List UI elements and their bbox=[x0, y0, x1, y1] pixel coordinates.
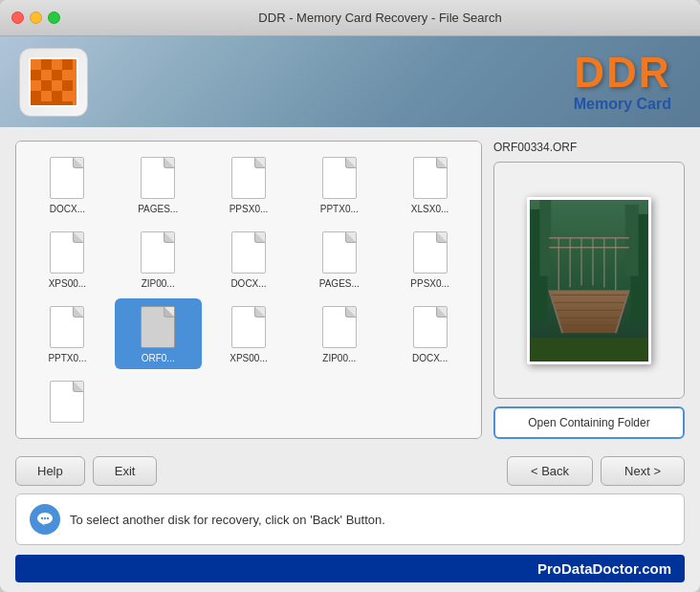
list-item[interactable]: DOCX... bbox=[386, 298, 473, 369]
file-icon bbox=[230, 155, 268, 201]
file-icon bbox=[48, 379, 86, 425]
doc-icon bbox=[50, 306, 84, 348]
logo-box bbox=[19, 48, 88, 117]
svg-rect-16 bbox=[62, 91, 73, 101]
list-item[interactable] bbox=[24, 373, 111, 433]
preview-filename: ORF00334.ORF bbox=[493, 141, 685, 154]
help-button[interactable]: Help bbox=[15, 456, 85, 486]
doc-icon bbox=[50, 157, 84, 199]
doc-icon bbox=[231, 306, 266, 348]
file-icon bbox=[230, 304, 268, 350]
svg-rect-10 bbox=[41, 80, 52, 91]
doc-icon bbox=[231, 157, 266, 199]
file-grid-container[interactable]: DOCX... PAGES... PPSX0... bbox=[15, 141, 482, 439]
file-label: PAGES... bbox=[299, 278, 379, 289]
main-window: DDR - Memory Card Recovery - File Search bbox=[0, 0, 700, 592]
status-message: To select another disk for recovery, cli… bbox=[70, 513, 385, 527]
list-item[interactable]: XPS00... bbox=[206, 298, 293, 369]
list-item[interactable]: PPSX0... bbox=[386, 224, 473, 295]
svg-rect-4 bbox=[62, 59, 73, 70]
brand-sub-text: Memory Card bbox=[574, 96, 671, 113]
file-label: PPTX0... bbox=[28, 353, 107, 363]
brand-area: DDR Memory Card bbox=[574, 52, 671, 113]
list-item[interactable]: ZIP00... bbox=[115, 224, 202, 295]
svg-point-43 bbox=[41, 517, 43, 519]
traffic-lights bbox=[11, 11, 60, 24]
preview-box bbox=[493, 162, 685, 399]
file-icon bbox=[48, 230, 86, 275]
svg-rect-1 bbox=[31, 59, 41, 70]
list-item[interactable]: XPS00... bbox=[24, 224, 111, 295]
file-icon bbox=[320, 304, 359, 350]
svg-rect-3 bbox=[52, 59, 62, 70]
preview-image bbox=[527, 197, 651, 364]
titlebar: DDR - Memory Card Recovery - File Search bbox=[0, 0, 700, 36]
svg-rect-40 bbox=[530, 338, 647, 362]
svg-rect-8 bbox=[62, 70, 73, 80]
doc-icon bbox=[141, 231, 175, 274]
list-item[interactable]: DOCX... bbox=[206, 224, 293, 295]
file-grid: DOCX... PAGES... PPSX0... bbox=[24, 149, 473, 433]
close-button[interactable] bbox=[11, 11, 24, 24]
svg-rect-11 bbox=[52, 80, 62, 91]
doc-icon bbox=[322, 231, 357, 274]
list-item[interactable]: PPTX0... bbox=[295, 149, 383, 220]
svg-rect-15 bbox=[52, 91, 62, 101]
file-icon bbox=[48, 155, 86, 201]
file-icon bbox=[139, 304, 177, 350]
list-item[interactable]: PAGES... bbox=[295, 224, 383, 295]
window-title: DDR - Memory Card Recovery - File Search bbox=[72, 11, 689, 25]
main-content: DOCX... PAGES... PPSX0... bbox=[0, 127, 700, 449]
bridge-image bbox=[530, 200, 648, 362]
status-bar: To select another disk for recovery, cli… bbox=[15, 493, 685, 545]
svg-rect-6 bbox=[41, 70, 52, 80]
list-item[interactable]: PPSX0... bbox=[206, 149, 293, 220]
file-label: DOCX... bbox=[28, 204, 107, 214]
brand-ddr-text: DDR bbox=[574, 52, 671, 94]
file-label: DOCX... bbox=[209, 278, 289, 289]
file-icon bbox=[320, 230, 359, 275]
file-label: PPSX0... bbox=[390, 278, 470, 289]
file-label: XLSX0... bbox=[390, 204, 470, 214]
svg-rect-13 bbox=[31, 91, 41, 101]
svg-rect-23 bbox=[625, 204, 639, 275]
list-item[interactable]: ZIP00... bbox=[295, 298, 383, 369]
file-label: DOCX... bbox=[390, 353, 470, 363]
svg-rect-7 bbox=[52, 70, 62, 80]
doc-icon bbox=[50, 381, 84, 423]
maximize-button[interactable] bbox=[48, 11, 60, 24]
file-icon bbox=[411, 230, 449, 275]
file-icon bbox=[139, 155, 177, 201]
list-item[interactable]: XLSX0... bbox=[386, 149, 473, 220]
doc-icon bbox=[231, 231, 266, 274]
exit-button[interactable]: Exit bbox=[93, 456, 158, 486]
file-icon bbox=[230, 230, 268, 275]
svg-rect-14 bbox=[41, 91, 52, 101]
svg-point-44 bbox=[44, 517, 46, 519]
file-label: ZIP00... bbox=[119, 278, 198, 289]
svg-rect-2 bbox=[41, 59, 52, 70]
file-icon bbox=[411, 304, 449, 350]
doc-icon bbox=[141, 306, 175, 348]
next-button[interactable]: Next > bbox=[601, 456, 685, 486]
svg-rect-17 bbox=[73, 59, 77, 105]
svg-rect-9 bbox=[31, 80, 41, 91]
footer-brand-text: ProDataDoctor.com bbox=[537, 560, 671, 577]
preview-panel: ORF00334.ORF bbox=[493, 141, 685, 439]
minimize-button[interactable] bbox=[30, 11, 42, 24]
footer-brand: ProDataDoctor.com bbox=[15, 555, 685, 582]
file-label: PAGES... bbox=[119, 204, 198, 214]
list-item[interactable]: PAGES... bbox=[115, 149, 202, 220]
svg-rect-12 bbox=[62, 80, 73, 91]
open-containing-folder-button[interactable]: Open Containing Folder bbox=[493, 406, 685, 439]
doc-icon bbox=[141, 157, 175, 199]
file-label: PPTX0... bbox=[299, 204, 379, 214]
doc-icon bbox=[413, 231, 448, 274]
list-item[interactable]: PPTX0... bbox=[24, 298, 111, 369]
doc-icon bbox=[50, 231, 84, 274]
back-button[interactable]: < Back bbox=[507, 456, 593, 486]
list-item[interactable]: DOCX... bbox=[24, 149, 111, 220]
selected-file-item[interactable]: ORF0... bbox=[115, 298, 202, 369]
file-label: XPS00... bbox=[209, 353, 289, 363]
svg-rect-18 bbox=[31, 101, 73, 105]
